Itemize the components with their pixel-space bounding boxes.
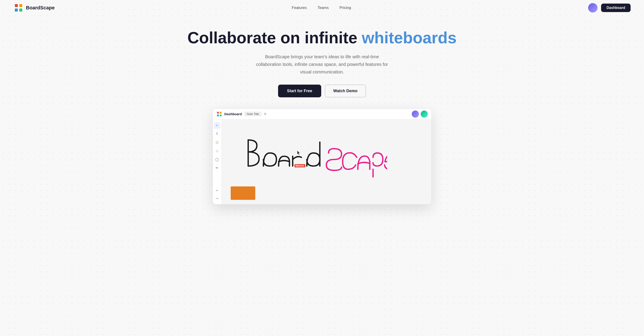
tool-select[interactable]: ↖: [214, 122, 220, 129]
svg-rect-4: [19, 8, 22, 12]
nav-teams[interactable]: Teams: [318, 5, 328, 10]
tool-text[interactable]: T: [214, 131, 220, 137]
orange-shape: [231, 186, 255, 200]
demo-preview: Dashboard Note Title ≡ ↖ T ⬡ □ ◯ ✏ ↩: [212, 109, 432, 204]
hero-title-highlight: whiteboards: [362, 29, 456, 47]
demo-breadcrumb[interactable]: Note Title: [244, 112, 262, 116]
logo-text: BoardScape: [26, 5, 54, 11]
hero-title-part1: Collaborate on infinite: [187, 29, 362, 47]
undo-button[interactable]: ↩: [214, 187, 220, 193]
svg-rect-1: [15, 4, 18, 7]
hero-buttons: Start for Free Watch Demo: [4, 85, 640, 97]
svg-rect-8: [217, 115, 219, 116]
avatar: [588, 3, 598, 12]
nav-links: Features Teams Pricing: [292, 5, 351, 10]
logo-icon: [14, 3, 24, 13]
tool-pen[interactable]: ✏: [214, 165, 220, 171]
demo-avatar-1: [412, 111, 419, 118]
tool-circle[interactable]: ◯: [214, 156, 220, 163]
hero-subtitle: BoardScape brings your team's ideas to l…: [255, 53, 389, 76]
whiteboard-drawing: [235, 128, 387, 182]
nav-right: Dashboard: [588, 3, 630, 12]
tool-rect[interactable]: □: [214, 148, 220, 154]
demo-menu-icon[interactable]: ≡: [264, 112, 266, 116]
nav-features[interactable]: Features: [292, 5, 307, 10]
demo-title: Dashboard: [224, 112, 242, 116]
logo-link[interactable]: BoardScape: [14, 3, 54, 13]
demo-topbar-right: [412, 111, 428, 118]
demo-topbar-left: Dashboard Note Title ≡: [216, 111, 266, 117]
dashboard-button[interactable]: Dashboard: [601, 3, 630, 12]
demo-logo-icon: [216, 111, 222, 117]
svg-rect-6: [217, 112, 219, 114]
svg-rect-9: [220, 115, 222, 116]
demo-topbar: Dashboard Note Title ≡: [213, 109, 432, 119]
hero-title: Collaborate on infinite whiteboards: [4, 29, 640, 47]
nav-pricing[interactable]: Pricing: [340, 5, 351, 10]
watch-demo-button[interactable]: Watch Demo: [325, 85, 366, 97]
redo-button[interactable]: ↪: [214, 195, 220, 202]
tool-hexagon[interactable]: ⬡: [214, 139, 220, 146]
svg-rect-3: [15, 8, 18, 12]
hero-section: Collaborate on infinite whiteboards Boar…: [0, 16, 644, 213]
navbar: BoardScape Features Teams Pricing Dashbo…: [0, 0, 644, 16]
cursor-icon: [297, 151, 300, 155]
demo-toolbar: ↖ T ⬡ □ ◯ ✏ ↩ ↪: [213, 119, 222, 204]
demo-avatar-2: [421, 111, 428, 118]
demo-canvas: ↖ T ⬡ □ ◯ ✏ ↩ ↪: [213, 119, 432, 204]
demo-whiteboard[interactable]: Mahesh: [222, 119, 432, 204]
svg-rect-7: [220, 112, 222, 114]
user-label: Mahesh: [294, 164, 305, 168]
start-free-button[interactable]: Start for Free: [278, 85, 321, 97]
svg-rect-2: [19, 4, 22, 7]
